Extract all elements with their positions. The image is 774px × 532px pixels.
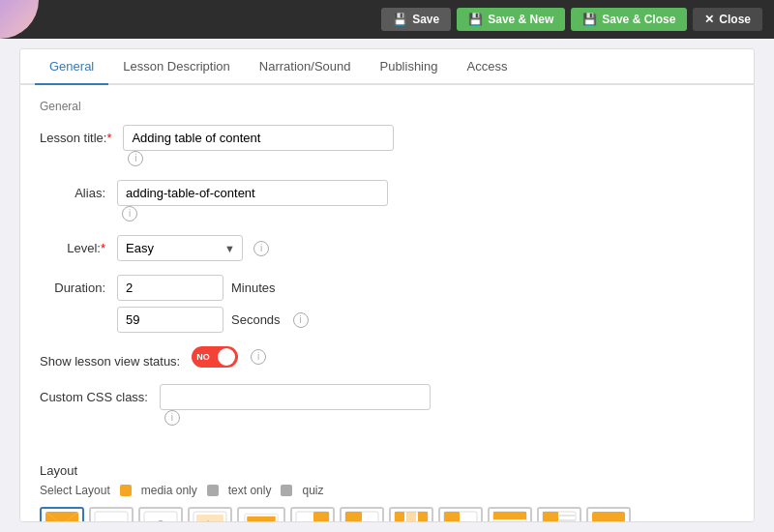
save-close-button[interactable]: 💾 Save & Close <box>571 8 687 31</box>
save-new-label: Save & New <box>488 13 553 26</box>
show-lesson-row: Show lesson view status: NO i <box>40 346 734 370</box>
alias-info-icon[interactable]: i <box>122 206 137 222</box>
custom-css-row: Custom CSS class: i <box>40 384 734 426</box>
layout-icon-quiz[interactable]: ? <box>138 507 183 522</box>
tab-publishing[interactable]: Publishing <box>365 49 452 85</box>
show-lesson-info-icon[interactable]: i <box>251 349 266 365</box>
text-only-label: text only <box>228 484 272 497</box>
duration-minutes-input[interactable] <box>117 275 223 301</box>
svg-rect-10 <box>247 517 275 522</box>
toggle-wrap: NO i <box>192 346 266 368</box>
layout-icon-media-right[interactable] <box>290 507 335 522</box>
layout-icon-thirds[interactable] <box>389 507 433 522</box>
level-field-wrap: Easy Medium Hard ▼ i <box>117 235 269 261</box>
duration-label: Duration: <box>40 275 117 295</box>
layout-section: Layout Select Layout media only text onl… <box>20 454 754 522</box>
level-required-star: * <box>101 241 105 255</box>
toggle-text: NO <box>196 352 210 362</box>
layout-icon-two-col[interactable] <box>537 507 581 522</box>
alias-field-wrap: i <box>117 180 388 222</box>
duration-info-icon[interactable]: i <box>293 312 309 328</box>
lesson-title-field-wrap: i <box>123 125 394 166</box>
save-label: Save <box>412 13 439 26</box>
alias-input[interactable] <box>117 180 388 206</box>
text-swatch <box>207 485 219 496</box>
required-star: * <box>106 131 111 145</box>
layout-icon-top-strip[interactable] <box>488 507 532 522</box>
tab-access[interactable]: Access <box>452 49 521 85</box>
media-swatch <box>120 485 132 496</box>
save-close-label: Save & Close <box>602 13 675 26</box>
svg-rect-16 <box>345 512 362 522</box>
duration-minutes-item: Minutes <box>117 275 309 301</box>
layout-title: Layout <box>40 463 734 478</box>
quiz-swatch <box>281 485 292 496</box>
quiz-label: quiz <box>302 484 323 497</box>
duration-row: Duration: Minutes Seconds i <box>40 275 734 333</box>
svg-rect-27 <box>543 512 558 522</box>
form-content: General Lesson title:* i Alias: i Level:… <box>20 85 754 454</box>
lesson-title-input[interactable] <box>123 125 394 151</box>
custom-css-info-icon[interactable]: i <box>164 410 180 426</box>
svg-rect-19 <box>406 512 416 522</box>
save-close-icon: 💾 <box>582 13 597 26</box>
svg-rect-24 <box>493 512 526 519</box>
layout-icon-edit[interactable]: ✎ <box>188 507 232 522</box>
lesson-title-label: Lesson title:* <box>40 125 123 145</box>
svg-rect-3 <box>95 512 128 522</box>
custom-css-input[interactable] <box>160 384 431 410</box>
show-lesson-label: Show lesson view status: <box>40 346 192 370</box>
svg-rect-13 <box>313 512 329 522</box>
svg-rect-32 <box>592 512 625 522</box>
layout-icon-scorm[interactable]: SCORM <box>237 507 285 522</box>
svg-rect-0 <box>45 512 78 522</box>
minutes-label: Minutes <box>231 281 276 295</box>
svg-text:?: ? <box>157 517 164 522</box>
svg-rect-22 <box>444 512 460 522</box>
tab-narration-sound[interactable]: Narration/Sound <box>245 49 366 85</box>
layout-legend: Select Layout media only text only quiz <box>40 484 734 497</box>
layout-icon-blank[interactable] <box>89 507 134 522</box>
layout-icons-row: ? ✎ SCORM <box>40 507 734 522</box>
svg-rect-18 <box>395 512 404 522</box>
media-only-label: media only <box>141 484 197 497</box>
save-icon: 💾 <box>393 13 407 26</box>
tab-lesson-description[interactable]: Lesson Description <box>108 49 245 85</box>
layout-icon-media-left[interactable] <box>438 507 483 522</box>
toolbar: 💾 Save 💾 Save & New 💾 Save & Close ✕ Clo… <box>0 0 774 39</box>
alias-label: Alias: <box>40 180 117 200</box>
svg-text:✎: ✎ <box>205 518 215 522</box>
lesson-title-row: Lesson title:* i <box>40 125 734 166</box>
lesson-title-info-icon[interactable]: i <box>128 151 143 166</box>
section-title: General <box>40 100 734 113</box>
select-layout-label: Select Layout <box>40 484 110 497</box>
save-new-button[interactable]: 💾 Save & New <box>457 8 565 31</box>
duration-seconds-item: Seconds i <box>117 307 309 333</box>
main-panel: General Lesson Description Narration/Sou… <box>19 48 755 522</box>
save-button[interactable]: 💾 Save <box>381 8 451 31</box>
tab-general[interactable]: General <box>35 49 108 85</box>
custom-css-field-wrap: i <box>160 384 431 426</box>
seconds-label: Seconds <box>231 312 281 327</box>
tab-bar: General Lesson Description Narration/Sou… <box>20 49 754 85</box>
close-x-icon: ✕ <box>704 13 714 26</box>
custom-css-label: Custom CSS class: <box>40 384 160 406</box>
layout-icon-full-orange-2[interactable] <box>586 507 631 522</box>
level-label: Level:* <box>40 235 117 255</box>
close-label: Close <box>719 13 751 26</box>
duration-field-wrap: Minutes Seconds i <box>117 275 309 333</box>
svg-rect-20 <box>418 512 428 522</box>
toggle-knob <box>218 348 235 366</box>
level-select[interactable]: Easy Medium Hard <box>117 235 243 261</box>
show-lesson-toggle[interactable]: NO <box>192 346 238 368</box>
level-select-wrap: Easy Medium Hard ▼ <box>117 235 243 261</box>
alias-row: Alias: i <box>40 180 734 222</box>
svg-rect-25 <box>493 521 509 522</box>
close-button[interactable]: ✕ Close <box>693 8 762 31</box>
level-row: Level:* Easy Medium Hard ▼ i <box>40 235 734 261</box>
layout-icon-full-media[interactable] <box>40 507 84 522</box>
duration-seconds-input[interactable] <box>117 307 223 333</box>
layout-icon-media-bottom-right[interactable] <box>340 507 384 522</box>
save-new-icon: 💾 <box>468 13 483 26</box>
level-info-icon[interactable]: i <box>253 241 269 256</box>
